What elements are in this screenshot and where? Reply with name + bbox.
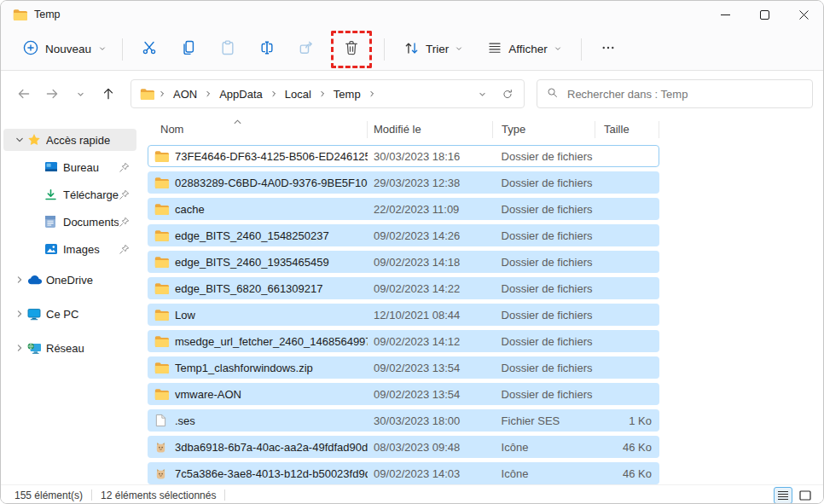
history-chevron-button[interactable] [67,81,93,107]
expand-chevron-icon[interactable] [12,135,27,145]
file-row[interactable]: cache 22/02/2023 11:09 Dossier de fichie… [148,198,659,220]
file-modified-date: 09/02/2023 14:26 [368,229,493,242]
folder-icon [140,88,154,101]
toolbar-separator [384,38,385,61]
file-row[interactable]: vmware-AON 09/02/2023 13:54 Dossier de f… [148,383,659,405]
star-icon [27,133,46,147]
copy-button[interactable] [171,34,206,65]
file-name: 3dba6918-6b7a-40ac-aa2a-49fdfad90dd3... [175,441,368,454]
trash-icon [343,39,360,59]
expand-chevron-icon[interactable] [12,343,27,353]
ico-icon [154,440,175,454]
file-type: Icône [493,441,595,454]
file-row[interactable]: msedge_url_fetcher_2460_1468564997 09/02… [148,330,659,352]
share-button[interactable] [289,34,323,65]
expand-chevron-icon[interactable] [12,309,27,319]
file-row[interactable]: 02883289-C6BD-4A0D-9376-9BE5F10F60FB 29/… [148,171,659,194]
sidebar-item[interactable]: Documents [3,211,136,233]
address-bar[interactable]: AON AppData Local Temp [131,79,525,108]
ico-icon [154,466,175,480]
file-row[interactable]: 3dba6918-6b7a-40ac-aa2a-49fdfad90dd3... … [148,436,659,458]
breadcrumb-segment[interactable]: AON [168,85,202,103]
minimize-button[interactable] [705,1,745,28]
file-list: 73FE4646-DF63-4125-B506-ED24612575E6 30/… [139,142,823,484]
file-type: Dossier de fichiers [493,229,595,242]
sidebar-item-label: Documents [63,216,119,229]
close-button[interactable] [784,1,823,28]
sidebar-item-label: Accès rapide [46,134,110,147]
pin-icon [119,217,136,228]
breadcrumb-segment[interactable]: Temp [328,85,366,103]
file-modified-date: 09/02/2023 14:12 [368,335,493,348]
sidebar-item[interactable]: Ce PC [3,303,136,325]
file-type: Fichier SES [493,414,595,427]
sidebar-item[interactable]: Téléchargemen [3,183,136,206]
more-dots-icon [601,40,616,58]
delete-annotation-box [331,31,372,68]
file-row[interactable]: edge_BITS_6820_661309217 09/02/2023 14:2… [148,277,659,299]
selected-count: 12 éléments sélectionnés [101,490,216,501]
pin-icon [119,244,136,255]
file-name: .ses [175,414,195,427]
view-button[interactable]: Afficher [479,35,571,63]
file-icon [154,414,175,427]
file-type: Dossier de fichiers [493,150,595,163]
maximize-button[interactable] [745,1,784,28]
file-name: edge_BITS_2460_1548250237 [175,229,329,242]
file-type: Dossier de fichiers [493,388,595,401]
file-row[interactable]: .ses 30/03/2023 18:00 Fichier SES 1 Ko [148,409,659,432]
column-header-size[interactable]: Taille [595,121,659,138]
sort-button[interactable]: Trier [395,35,472,64]
file-modified-date: 09/02/2023 13:54 [368,362,493,374]
file-modified-date: 12/10/2021 08:44 [368,309,493,322]
file-explorer-window: Temp Nouveau Trier Afficher [0,0,824,504]
new-button[interactable]: Nouveau [15,35,115,63]
file-type: Dossier de fichiers [493,256,595,269]
document-icon [44,215,63,229]
paste-button[interactable] [211,34,245,65]
copy-icon [180,39,197,59]
file-row[interactable]: 73FE4646-DF63-4125-B506-ED24612575E6 30/… [148,145,659,167]
rename-button[interactable] [250,34,284,65]
download-icon [44,188,63,201]
thumbnail-view-button[interactable] [796,487,815,504]
delete-button[interactable] [334,34,368,65]
sort-arrows-icon [403,40,420,59]
file-row[interactable]: 7c5a386e-3ae8-4013-b12d-b50023fd9d3a... … [148,462,659,484]
sidebar-item[interactable]: Bureau [3,156,136,178]
pc-icon [27,308,46,321]
up-button[interactable] [96,81,121,107]
file-row[interactable]: edge_BITS_2460_1548250237 09/02/2023 14:… [148,224,659,246]
breadcrumb-chevron-icon [156,90,168,98]
main-content: Accès rapide Bureau Téléchargemen [1,117,823,484]
file-row[interactable]: edge_BITS_2460_1935465459 09/02/2023 14:… [148,251,659,273]
column-header-name[interactable]: Nom [148,121,368,138]
file-row[interactable]: Temp1_clashforwindows.zip 09/02/2023 13:… [148,356,659,379]
details-view-button[interactable] [774,487,792,504]
cut-button[interactable] [132,34,166,65]
file-modified-date: 08/03/2023 09:48 [368,441,493,454]
sidebar-item[interactable]: Accès rapide [3,129,136,151]
search-input[interactable] [566,87,804,101]
sidebar-item[interactable]: OneDrive [3,269,136,291]
file-row[interactable]: Low 12/10/2021 08:44 Dossier de fichiers [148,304,659,326]
file-type: Dossier de fichiers [493,282,595,295]
sidebar-item[interactable]: Images [3,238,136,260]
file-list-pane: Nom Modifié le Type Taille 73FE4646-DF63… [139,117,823,484]
breadcrumb-segment[interactable]: AppData [214,85,268,103]
column-header-modified[interactable]: Modifié le [368,121,493,138]
back-button[interactable] [11,81,37,107]
expand-chevron-icon[interactable] [12,275,27,285]
sidebar-item[interactable]: Réseau [3,337,136,359]
more-options-button[interactable] [591,34,625,65]
search-box [537,79,813,108]
file-name: Low [175,309,195,322]
breadcrumb-segment[interactable]: Local [280,85,316,103]
refresh-button[interactable] [496,83,519,105]
file-name: edge_BITS_6820_661309217 [175,282,323,295]
address-dropdown-button[interactable] [471,83,493,105]
folder-icon [154,150,175,163]
file-name: Temp1_clashforwindows.zip [175,362,313,374]
forward-button[interactable] [39,81,65,107]
column-header-type[interactable]: Type [493,121,595,138]
